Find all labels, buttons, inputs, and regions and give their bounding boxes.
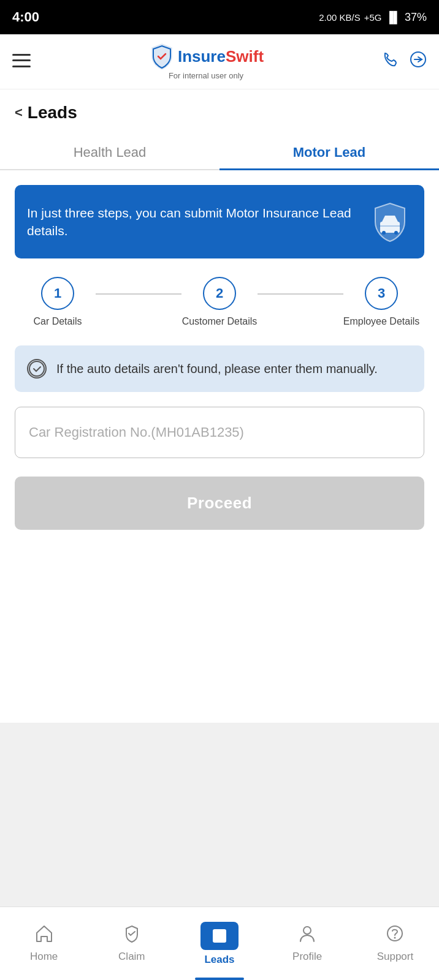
logo-text: InsureSwift [178, 47, 264, 66]
step-3: 3 Employee Details [338, 277, 424, 327]
nav-support[interactable]: Support [351, 924, 439, 963]
back-button[interactable]: < [15, 105, 23, 121]
call-icon[interactable] [381, 51, 399, 72]
step-1-label: Car Details [33, 316, 82, 327]
home-icon [35, 924, 53, 947]
nav-profile[interactable]: Profile [264, 924, 351, 963]
car-shield-icon [368, 200, 412, 244]
logo-subtitle: For internal user only [169, 71, 243, 80]
app-logo: InsureSwift For internal user only [148, 43, 264, 80]
menu-button[interactable] [12, 52, 31, 72]
svg-rect-2 [12, 66, 31, 67]
nav-support-label: Support [377, 951, 414, 963]
proceed-button[interactable]: Proceed [15, 477, 424, 530]
nav-leads[interactable]: Leads [175, 922, 263, 966]
tab-motor-lead[interactable]: Motor Lead [220, 135, 439, 169]
lead-tabs: Health Lead Motor Lead [0, 135, 439, 170]
step-2-label: Customer Details [182, 316, 258, 327]
support-icon [386, 924, 404, 947]
status-right: 2.00 KB/S +5G ▐▌ 37% [319, 11, 427, 24]
step-2: 2 Customer Details [177, 277, 262, 327]
page-content: < Leads Health Lead Motor Lead In just t… [0, 89, 439, 723]
check-circle-icon [27, 359, 47, 379]
logo-shield-icon [148, 43, 175, 70]
svg-point-6 [394, 231, 398, 235]
battery: 37% [405, 11, 427, 24]
car-registration-input[interactable] [15, 407, 424, 458]
svg-rect-0 [12, 54, 31, 56]
svg-point-5 [382, 231, 386, 235]
svg-rect-9 [213, 929, 226, 943]
registration-input-container [15, 407, 424, 458]
nav-home[interactable]: Home [0, 924, 88, 963]
step-connector-2 [258, 293, 343, 295]
gray-background [0, 723, 439, 907]
svg-point-12 [394, 937, 396, 939]
nav-active-indicator [195, 978, 244, 980]
nav-home-label: Home [30, 951, 58, 963]
network-type: +5G [364, 12, 382, 23]
svg-point-10 [303, 927, 311, 934]
app-header: InsureSwift For internal user only [0, 34, 439, 89]
info-text: If the auto details aren't found, please… [56, 360, 378, 377]
banner-text: In just three steps, you can submit Moto… [27, 204, 361, 240]
profile-icon [298, 924, 316, 947]
step-3-circle: 3 [365, 277, 398, 310]
nav-claim-label: Claim [118, 951, 145, 963]
manual-entry-info: If the auto details aren't found, please… [15, 345, 424, 392]
back-nav: < Leads [0, 89, 439, 129]
status-bar: 4:00 2.00 KB/S +5G ▐▌ 37% [0, 0, 439, 34]
info-banner: In just three steps, you can submit Moto… [15, 185, 424, 258]
svg-rect-7 [379, 225, 401, 227]
step-connector-1 [96, 293, 181, 295]
login-icon[interactable] [410, 51, 427, 72]
step-1-circle: 1 [41, 277, 74, 310]
nav-profile-label: Profile [292, 951, 322, 963]
step-2-circle: 2 [203, 277, 236, 310]
bottom-navigation: Home Claim Leads Profile [0, 907, 439, 980]
leads-active-bg [200, 922, 239, 950]
step-1: 1 Car Details [15, 277, 101, 327]
steps-container: 1 Car Details 2 Customer Details 3 Emplo… [0, 258, 439, 327]
signal-bars: ▐▌ [385, 11, 401, 24]
network-speed: 2.00 KB/S [319, 12, 361, 23]
svg-rect-1 [12, 59, 31, 61]
status-time: 4:00 [12, 9, 39, 25]
nav-claim[interactable]: Claim [88, 924, 175, 963]
nav-leads-label: Leads [204, 954, 234, 966]
claim-icon [123, 924, 141, 947]
svg-point-8 [29, 361, 44, 376]
header-actions [381, 51, 427, 72]
page-title: Leads [28, 103, 77, 123]
step-3-label: Employee Details [343, 316, 420, 327]
tab-health-lead[interactable]: Health Lead [0, 135, 220, 169]
